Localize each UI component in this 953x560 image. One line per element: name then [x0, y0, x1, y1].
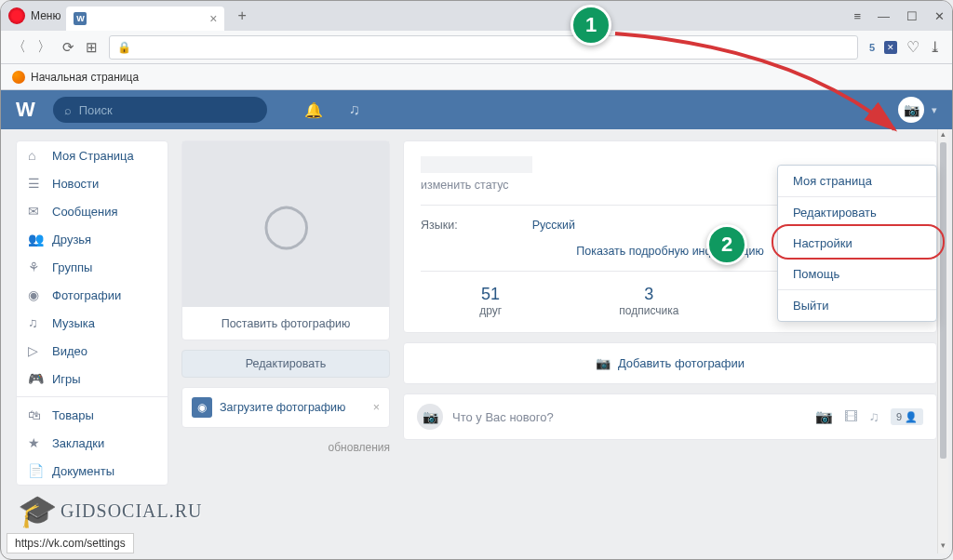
sidebar-item-video[interactable]: ▷Видео [17, 337, 168, 365]
stat-number: 3 [619, 285, 678, 304]
add-photos-button[interactable]: 📷 Добавить фотографии [403, 342, 937, 384]
watermark-text: GIDSOCIAL.RU [60, 500, 203, 522]
stat-followers[interactable]: 3подписчика [619, 285, 678, 317]
attach-music-icon[interactable]: ♫ [869, 408, 879, 425]
documents-icon: 📄 [28, 463, 43, 478]
new-tab-button[interactable]: + [237, 7, 246, 24]
sidebar-item-market[interactable]: 🛍Товары [17, 401, 168, 429]
sidebar-item-label: Новости [52, 177, 99, 191]
maximize-icon[interactable]: ☐ [906, 9, 918, 23]
notifications-icon[interactable]: 🔔 [304, 101, 323, 119]
address-bar[interactable]: 🔒 [109, 35, 858, 60]
browser-menu-label[interactable]: Меню [31, 9, 60, 22]
browser-tab[interactable]: W × [66, 7, 224, 31]
sidebar-item-label: Моя Страница [52, 149, 134, 163]
edit-button[interactable]: Редактировать [181, 350, 390, 378]
search-input[interactable]: ⌕ Поиск [53, 97, 267, 123]
upload-notice-label: Загрузите фотографию [220, 401, 345, 414]
upload-photo-notice[interactable]: ◉ Загрузите фотографию × [181, 387, 390, 428]
attach-photo-icon[interactable]: 📷 [815, 408, 833, 425]
user-dropdown-menu: Моя страница Редактировать Настройки Пом… [777, 165, 937, 322]
browser-status-bar: https://vk.com/settings [7, 533, 134, 553]
forward-button[interactable]: 〉 [37, 38, 51, 56]
sidebar-item-news[interactable]: ☰Новости [17, 169, 168, 197]
camera-icon: ◯ [262, 199, 310, 249]
vk-logo[interactable]: W [16, 98, 34, 122]
sidebar-item-label: Друзья [52, 233, 91, 247]
messages-icon: ✉ [28, 204, 43, 219]
sidebar-item-groups[interactable]: ⚘Группы [17, 253, 168, 281]
watermark: 🎓 GIDSOCIAL.RU [18, 492, 203, 529]
tab-close-icon[interactable]: × [209, 11, 217, 26]
minimize-icon[interactable]: — [878, 9, 890, 23]
bookmarks-bar: Начальная страница [1, 64, 952, 90]
sidebar-item-games[interactable]: 🎮Игры [17, 365, 168, 393]
music-icon: ♫ [28, 315, 43, 330]
sidebar-item-label: Группы [52, 260, 92, 274]
annotation-badge-1: 1 [570, 5, 611, 46]
lock-icon: 🔒 [117, 41, 131, 54]
search-placeholder: Поиск [79, 103, 113, 117]
shield-icon[interactable]: ✕ [884, 41, 897, 54]
dd-settings[interactable]: Настройки [778, 228, 936, 259]
reload-button[interactable]: ⟳ [62, 39, 74, 56]
sidebar-item-music[interactable]: ♫Музыка [17, 309, 168, 337]
chevron-down-icon[interactable]: ▾ [932, 104, 937, 116]
photo-placeholder[interactable]: ◯ [182, 141, 389, 307]
sidebar-item-documents[interactable]: 📄Документы [17, 457, 168, 485]
sidebar-item-photos[interactable]: ◉Фотографии [17, 281, 168, 309]
sidebar-item-bookmarks[interactable]: ★Закладки [17, 429, 168, 457]
music-icon[interactable]: ♫ [349, 101, 360, 119]
lang-label: Языки: [421, 219, 458, 232]
wall-placeholder: Что у Вас нового? [452, 410, 806, 424]
groups-icon: ⚘ [28, 260, 43, 274]
sidebar-item-label: Товары [52, 408, 94, 422]
sidebar-item-label: Фотографии [52, 288, 121, 302]
bookmark-start-page[interactable]: Начальная страница [31, 71, 139, 84]
annotation-badge-2: 2 [706, 224, 747, 265]
speed-dial-icon[interactable]: ⊞ [86, 39, 98, 56]
set-photo-link[interactable]: Поставить фотографию [182, 308, 389, 340]
window-close-icon[interactable]: ✕ [934, 9, 945, 23]
header-avatar[interactable]: 📷 [898, 97, 924, 123]
profile-name [421, 156, 532, 173]
customize-icon[interactable]: ≡ [853, 9, 861, 23]
camera-icon: 📷 [596, 356, 611, 370]
stat-label: подписчика [619, 304, 678, 317]
news-icon: ☰ [28, 176, 43, 191]
browser-nav-bar: 〈 〉 ⟳ ⊞ 🔒 5 ✕ ♡ ⤓ [1, 31, 952, 64]
sidebar-item-my-page[interactable]: ⌂Моя Страница [17, 141, 168, 169]
back-button[interactable]: 〈 [12, 38, 26, 56]
sidebar-item-messages[interactable]: ✉Сообщения [17, 197, 168, 225]
close-icon[interactable]: × [373, 401, 380, 414]
wall-badge[interactable]: 9👤 [891, 408, 923, 425]
scroll-thumb[interactable] [940, 142, 946, 459]
browser-tab-bar: Меню W × + ≡ — ☐ ✕ [1, 1, 952, 31]
scroll-up-icon[interactable]: ▴ [938, 129, 948, 142]
sidebar-item-label: Музыка [52, 316, 95, 330]
dd-edit[interactable]: Редактировать [778, 197, 936, 228]
dd-help[interactable]: Помощь [778, 259, 936, 289]
dd-logout[interactable]: Выйти [778, 290, 936, 321]
attach-video-icon[interactable]: 🎞 [844, 408, 858, 425]
camera-icon: ◉ [192, 397, 212, 418]
stat-number: 51 [479, 285, 502, 304]
scroll-down-icon[interactable]: ▾ [938, 540, 948, 553]
friends-icon: 👥 [28, 232, 43, 247]
firefox-icon [12, 71, 25, 84]
heart-icon[interactable]: ♡ [906, 38, 919, 56]
stat-label: друг [479, 304, 502, 317]
download-icon[interactable]: ⤓ [929, 38, 941, 56]
vk-favicon: W [74, 12, 87, 25]
dd-my-page[interactable]: Моя страница [778, 166, 936, 196]
sidebar-item-friends[interactable]: 👥Друзья [17, 225, 168, 253]
wall-post-input[interactable]: 📷 Что у Вас нового? 📷 🎞 ♫ 9👤 [403, 393, 937, 440]
graduation-cap-icon: 🎓 [18, 492, 57, 529]
lang-value[interactable]: Русский [532, 219, 575, 232]
scrollbar[interactable]: ▴ ▾ [937, 129, 948, 553]
photos-icon: ◉ [28, 287, 43, 302]
search-icon: ⌕ [64, 103, 72, 117]
stat-friends[interactable]: 51друг [479, 285, 502, 317]
games-icon: 🎮 [28, 371, 43, 386]
market-icon: 🛍 [28, 407, 43, 422]
